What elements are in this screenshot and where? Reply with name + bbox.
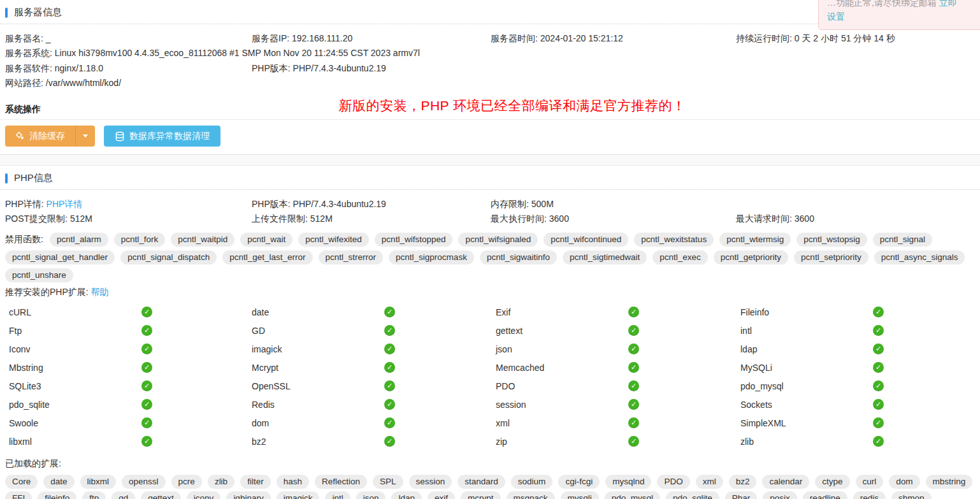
disabled-function-tag: pcntl_signal [873, 233, 932, 247]
extension-name: SQLite3 [9, 381, 141, 391]
loaded-extension-tag: libxml [80, 475, 117, 489]
check-icon: ✓ [628, 325, 639, 336]
disabled-function-tag: pcntl_sigwaitinfo [480, 250, 557, 264]
extension-cell: date ✓ [252, 307, 496, 317]
php-post-limit-field: POST提交限制: 512M [5, 213, 252, 225]
check-icon: ✓ [141, 380, 152, 391]
server-name-field: 服务器名: _ [5, 33, 252, 45]
extension-cell: Swoole ✓ [9, 417, 252, 428]
check-icon: ✓ [628, 344, 639, 354]
chevron-down-icon [83, 134, 88, 138]
disabled-function-tag: pcntl_wtermsig [719, 233, 791, 247]
loaded-extension-tag: gettext [141, 491, 181, 499]
extension-cell: PDO ✓ [496, 380, 740, 391]
loaded-extension-tag: mcrypt [461, 491, 501, 499]
check-icon: ✓ [628, 307, 639, 317]
loaded-extension-tag: ldap [391, 491, 422, 499]
loaded-extension-tag: mysqlnd [605, 475, 651, 489]
extension-name: Fileinfo [740, 307, 873, 317]
server-info-title: 服务器信息 [14, 6, 62, 18]
extension-cell: MySQLi ✓ [740, 362, 975, 373]
disabled-function-tag: pcntl_wstopsig [796, 233, 867, 247]
check-icon: ✓ [384, 325, 395, 336]
disabled-function-tag: pcntl_alarm [50, 233, 108, 247]
db-clean-button[interactable]: 数据库异常数据清理 [104, 126, 220, 147]
php-upload-limit-field: 上传文件限制: 512M [252, 213, 491, 225]
server-system-field: 服务器系统: Linux hi3798mv100 4.4.35_ecoo_811… [5, 48, 975, 59]
check-icon: ✓ [873, 325, 884, 336]
loaded-extension-tag: SPL [373, 475, 403, 489]
check-icon: ✓ [873, 436, 884, 447]
extension-name: zip [496, 437, 628, 447]
extension-name: Sockets [740, 400, 873, 410]
help-link[interactable]: 帮助 [91, 287, 109, 297]
notification-setup-link-part2[interactable]: 设置 [827, 11, 845, 22]
extension-name: date [252, 307, 384, 317]
check-icon: ✓ [384, 380, 395, 391]
check-icon: ✓ [384, 436, 395, 447]
disabled-function-tag: pcntl_fork [114, 233, 166, 247]
extension-cell: ldap ✓ [740, 344, 975, 354]
extension-name: xml [496, 418, 628, 428]
database-icon [115, 131, 125, 141]
check-icon: ✓ [628, 399, 639, 410]
loaded-extension-tag: shmop [891, 491, 932, 499]
extension-cell: cURL ✓ [9, 307, 252, 317]
extension-name: Swoole [9, 418, 141, 428]
check-icon: ✓ [141, 307, 152, 317]
extension-cell: json ✓ [496, 344, 740, 354]
loaded-extension-tag: Phar [725, 491, 758, 499]
notification-setup-link-part1[interactable]: 立即 [939, 0, 957, 8]
section-accent-bar [5, 173, 8, 184]
check-icon: ✓ [628, 380, 639, 391]
extension-cell: imagick ✓ [252, 344, 496, 354]
disabled-function-tag: pcntl_exec [652, 250, 708, 264]
server-webpath-field: 网站路径: /var/www/html/kod/ [5, 78, 975, 89]
check-icon: ✓ [384, 362, 395, 373]
extension-name: Exif [496, 307, 628, 317]
system-ops-buttons: 清除缓存 数据库异常数据清理 [5, 120, 975, 154]
disabled-function-tag: pcntl_wifexited [298, 233, 369, 247]
check-icon: ✓ [873, 362, 884, 373]
loaded-extension-tag: calendar [762, 475, 809, 489]
extension-cell: Memcached ✓ [496, 362, 740, 373]
extension-name: zlib [740, 437, 873, 447]
extension-name: Iconv [9, 344, 141, 354]
extension-cell: gettext ✓ [496, 325, 740, 336]
loaded-extension-tag: igbinary [226, 491, 270, 499]
disabled-function-tag: pcntl_signal_dispatch [120, 250, 217, 264]
php-info-header: PHP信息 [0, 175, 980, 190]
server-software-field: 服务器软件: nginx/1.18.0 [5, 63, 252, 75]
loaded-extension-tag: ctype [815, 475, 849, 489]
loaded-extension-tag: hash [277, 475, 309, 489]
check-icon: ✓ [141, 436, 152, 447]
extension-name: Mbstring [9, 363, 141, 373]
loaded-extension-tag: zlib [208, 475, 234, 489]
disabled-function-tag: pcntl_wifcontinued [544, 233, 628, 247]
disabled-function-tag: pcntl_get_last_error [222, 250, 312, 264]
php-detail-link[interactable]: PHP详情 [47, 199, 83, 209]
clear-cache-button-group: 清除缓存 [5, 126, 95, 147]
clear-cache-label: 清除缓存 [29, 131, 65, 142]
check-icon: ✓ [384, 307, 395, 317]
loaded-extensions-list: CoredatelibxmlopensslpcrezlibfilterhashR… [5, 475, 975, 499]
section-divider [0, 154, 980, 166]
loaded-extension-tag: filter [240, 475, 271, 489]
check-icon: ✓ [384, 344, 395, 354]
loaded-extension-tag: posix [763, 491, 797, 499]
clear-cache-dropdown-toggle[interactable] [75, 126, 95, 147]
extension-name: Redis [252, 400, 384, 410]
clear-cache-button[interactable]: 清除缓存 [5, 126, 75, 147]
disabled-function-tag: pcntl_sigtimedwait [563, 250, 647, 264]
recommended-extensions-label: 推荐安装的PHP扩展: 帮助 [5, 287, 975, 298]
extension-cell: bz2 ✓ [252, 436, 496, 447]
loaded-extension-tag: pdo_sqlite [666, 491, 719, 499]
extension-name: pdo_mysql [740, 381, 873, 391]
extension-cell: zip ✓ [496, 436, 740, 447]
extension-cell: Fileinfo ✓ [740, 307, 975, 317]
check-icon: ✓ [141, 325, 152, 336]
check-icon: ✓ [628, 362, 639, 373]
php-max-request-field: 最大请求时间: 3600 [736, 213, 975, 225]
extension-cell: pdo_mysql ✓ [740, 380, 975, 391]
loaded-extension-tag: curl [856, 475, 884, 489]
